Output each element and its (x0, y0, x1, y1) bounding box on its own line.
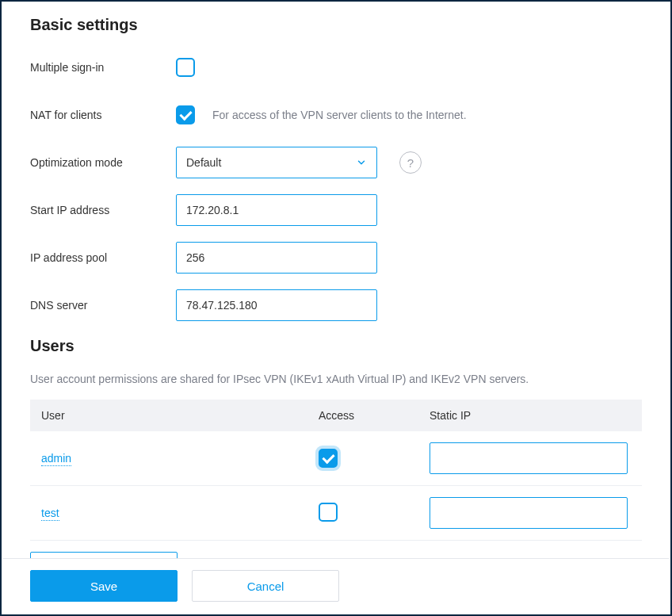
optimization-mode-select[interactable]: Default (176, 147, 377, 178)
basic-settings-title: Basic settings (30, 16, 642, 34)
start-ip-label: Start IP address (30, 204, 176, 216)
help-icon[interactable]: ? (399, 151, 422, 174)
nat-for-clients-label: NAT for clients (30, 109, 176, 121)
start-ip-input[interactable] (176, 194, 377, 226)
multiple-signin-label: Multiple sign-in (30, 61, 176, 74)
table-row: admin (30, 431, 642, 486)
ip-pool-input[interactable] (176, 242, 377, 274)
multiple-signin-checkbox[interactable] (176, 58, 195, 77)
user-link[interactable]: admin (41, 452, 71, 466)
users-title: Users (30, 337, 642, 355)
nat-for-clients-checkbox[interactable] (176, 105, 195, 124)
access-checkbox[interactable] (319, 503, 338, 522)
users-desc: User account permissions are shared for … (30, 373, 642, 385)
nat-for-clients-hint: For access of the VPN server clients to … (212, 109, 467, 121)
optimization-mode-label: Optimization mode (30, 156, 176, 169)
dns-server-label: DNS server (30, 299, 176, 312)
table-row: test (30, 486, 642, 541)
dns-server-input[interactable] (176, 289, 377, 321)
users-col-static: Static IP (418, 400, 642, 431)
access-checkbox[interactable] (319, 449, 338, 468)
static-ip-input[interactable] (430, 442, 628, 474)
users-col-user: User (30, 400, 307, 431)
cancel-button[interactable]: Cancel (192, 570, 339, 602)
static-ip-input[interactable] (430, 497, 628, 529)
user-link[interactable]: test (41, 507, 59, 521)
users-table: User Access Static IP admintest (30, 400, 642, 541)
users-col-access: Access (307, 400, 418, 431)
optimization-mode-value: Default (186, 156, 221, 169)
save-button[interactable]: Save (30, 570, 178, 602)
ip-pool-label: IP address pool (30, 251, 176, 264)
footer-bar: Save Cancel (3, 558, 669, 613)
chevron-down-icon (356, 157, 367, 168)
